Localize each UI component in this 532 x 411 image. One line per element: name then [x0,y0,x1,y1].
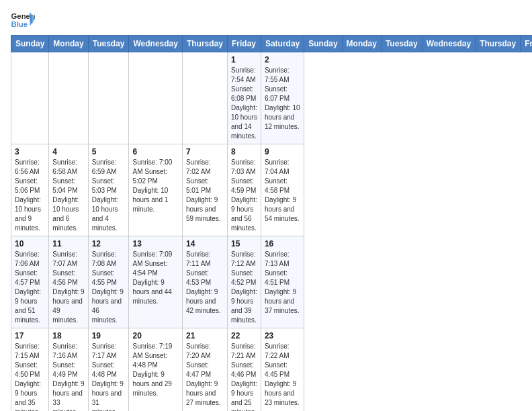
day-info: Sunrise: 7:22 AM Sunset: 4:45 PM Dayligh… [265,342,300,408]
col-header-thursday: Thursday [476,36,521,52]
day-number: 13 [132,239,178,248]
day-number: 1 [231,55,257,64]
day-cell: 14Sunrise: 7:11 AM Sunset: 4:53 PM Dayli… [182,236,227,328]
day-cell: 2Sunrise: 7:55 AM Sunset: 6:07 PM Daylig… [261,52,304,144]
day-cell: 8Sunrise: 7:03 AM Sunset: 4:59 PM Daylig… [227,144,261,236]
col-header-wednesday: Wednesday [422,36,475,52]
day-number: 12 [92,239,126,248]
day-number: 2 [265,55,300,64]
day-number: 10 [15,239,45,248]
day-info: Sunrise: 7:07 AM Sunset: 4:56 PM Dayligh… [52,250,84,325]
col-header-tuesday: Tuesday [88,36,129,52]
week-row-3: 10Sunrise: 7:06 AM Sunset: 4:57 PM Dayli… [11,236,533,328]
day-info: Sunrise: 7:55 AM Sunset: 6:07 PM Dayligh… [265,66,300,132]
day-number: 5 [92,147,126,156]
day-info: Sunrise: 6:59 AM Sunset: 5:03 PM Dayligh… [92,158,126,233]
day-cell: 18Sunrise: 7:16 AM Sunset: 4:49 PM Dayli… [49,328,88,412]
day-cell [182,52,227,144]
day-number: 6 [132,147,178,156]
day-info: Sunrise: 7:19 AM Sunset: 4:48 PM Dayligh… [132,342,178,398]
day-number: 9 [265,147,300,156]
day-number: 20 [132,331,178,340]
day-number: 18 [52,331,84,340]
day-info: Sunrise: 7:54 AM Sunset: 6:08 PM Dayligh… [231,66,257,141]
day-info: Sunrise: 7:04 AM Sunset: 4:58 PM Dayligh… [265,158,300,224]
day-cell: 7Sunrise: 7:02 AM Sunset: 5:01 PM Daylig… [182,144,227,236]
col-header-tuesday: Tuesday [381,36,422,52]
day-cell: 12Sunrise: 7:08 AM Sunset: 4:55 PM Dayli… [88,236,129,328]
calendar-table: SundayMondayTuesdayWednesdayThursdayFrid… [11,35,532,411]
day-number: 4 [52,147,84,156]
col-header-monday: Monday [49,36,88,52]
day-number: 23 [265,331,300,340]
col-header-thursday: Thursday [182,36,227,52]
day-number: 11 [52,239,84,248]
day-cell: 19Sunrise: 7:17 AM Sunset: 4:48 PM Dayli… [88,328,129,412]
day-info: Sunrise: 6:58 AM Sunset: 5:04 PM Dayligh… [52,158,84,233]
col-header-monday: Monday [342,36,381,52]
logo-icon: General Blue [11,11,35,30]
day-cell: 17Sunrise: 7:15 AM Sunset: 4:50 PM Dayli… [11,328,49,412]
day-cell [88,52,129,144]
day-info: Sunrise: 7:09 AM Sunset: 4:54 PM Dayligh… [132,250,178,306]
day-cell: 13Sunrise: 7:09 AM Sunset: 4:54 PM Dayli… [129,236,182,328]
col-header-wednesday: Wednesday [129,36,182,52]
day-info: Sunrise: 7:12 AM Sunset: 4:52 PM Dayligh… [231,250,257,325]
day-number: 14 [186,239,224,248]
day-cell: 20Sunrise: 7:19 AM Sunset: 4:48 PM Dayli… [129,328,182,412]
day-info: Sunrise: 7:20 AM Sunset: 4:47 PM Dayligh… [186,342,224,408]
day-cell: 23Sunrise: 7:22 AM Sunset: 4:45 PM Dayli… [261,328,304,412]
day-number: 22 [231,331,257,340]
week-row-4: 17Sunrise: 7:15 AM Sunset: 4:50 PM Dayli… [11,328,533,412]
day-cell: 16Sunrise: 7:13 AM Sunset: 4:51 PM Dayli… [261,236,304,328]
day-info: Sunrise: 7:15 AM Sunset: 4:50 PM Dayligh… [15,342,45,411]
day-cell: 10Sunrise: 7:06 AM Sunset: 4:57 PM Dayli… [11,236,49,328]
day-number: 16 [265,239,300,248]
day-cell [49,52,88,144]
day-cell: 9Sunrise: 7:04 AM Sunset: 4:58 PM Daylig… [261,144,304,236]
logo: General Blue [11,11,35,30]
day-info: Sunrise: 6:56 AM Sunset: 5:06 PM Dayligh… [15,158,45,233]
week-row-2: 3Sunrise: 6:56 AM Sunset: 5:06 PM Daylig… [11,144,533,236]
day-info: Sunrise: 7:17 AM Sunset: 4:48 PM Dayligh… [92,342,126,411]
day-number: 8 [231,147,257,156]
day-info: Sunrise: 7:02 AM Sunset: 5:01 PM Dayligh… [186,158,224,224]
day-cell: 22Sunrise: 7:21 AM Sunset: 4:46 PM Dayli… [227,328,261,412]
day-info: Sunrise: 7:00 AM Sunset: 5:02 PM Dayligh… [132,158,178,214]
day-info: Sunrise: 7:16 AM Sunset: 4:49 PM Dayligh… [52,342,84,411]
day-info: Sunrise: 7:08 AM Sunset: 4:55 PM Dayligh… [92,250,126,325]
day-number: 19 [92,331,126,340]
day-number: 21 [186,331,224,340]
week-row-1: 1Sunrise: 7:54 AM Sunset: 6:08 PM Daylig… [11,52,533,144]
day-number: 15 [231,239,257,248]
day-number: 3 [15,147,45,156]
day-info: Sunrise: 7:13 AM Sunset: 4:51 PM Dayligh… [265,250,300,316]
day-cell: 11Sunrise: 7:07 AM Sunset: 4:56 PM Dayli… [49,236,88,328]
day-number: 7 [186,147,224,156]
day-info: Sunrise: 7:06 AM Sunset: 4:57 PM Dayligh… [15,250,45,325]
col-header-friday: Friday [521,36,532,52]
col-header-sunday: Sunday [11,36,49,52]
header: General Blue [11,11,521,30]
day-info: Sunrise: 7:03 AM Sunset: 4:59 PM Dayligh… [231,158,257,233]
day-cell: 21Sunrise: 7:20 AM Sunset: 4:47 PM Dayli… [182,328,227,412]
day-cell [129,52,182,144]
day-cell: 4Sunrise: 6:58 AM Sunset: 5:04 PM Daylig… [49,144,88,236]
header-row: SundayMondayTuesdayWednesdayThursdayFrid… [11,36,533,52]
day-cell: 6Sunrise: 7:00 AM Sunset: 5:02 PM Daylig… [129,144,182,236]
day-cell [11,52,49,144]
day-cell: 3Sunrise: 6:56 AM Sunset: 5:06 PM Daylig… [11,144,49,236]
day-info: Sunrise: 7:21 AM Sunset: 4:46 PM Dayligh… [231,342,257,411]
col-header-friday: Friday [227,36,261,52]
day-cell: 15Sunrise: 7:12 AM Sunset: 4:52 PM Dayli… [227,236,261,328]
svg-text:Blue: Blue [11,20,28,28]
day-number: 17 [15,331,45,340]
day-cell: 5Sunrise: 6:59 AM Sunset: 5:03 PM Daylig… [88,144,129,236]
day-cell: 1Sunrise: 7:54 AM Sunset: 6:08 PM Daylig… [227,52,261,144]
col-header-saturday: Saturday [261,36,304,52]
day-info: Sunrise: 7:11 AM Sunset: 4:53 PM Dayligh… [186,250,224,316]
col-header-sunday: Sunday [304,36,342,52]
